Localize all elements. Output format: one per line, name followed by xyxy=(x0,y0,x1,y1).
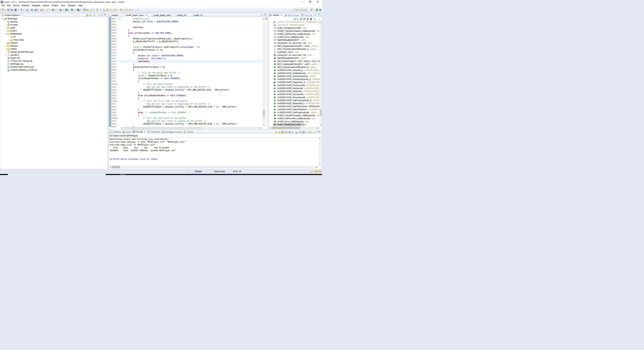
svg-text:z: z xyxy=(298,19,298,20)
svg-text:¶: ¶ xyxy=(110,9,111,11)
svg-text:C: C xyxy=(41,10,42,11)
svg-text:010: 010 xyxy=(26,10,28,11)
svg-text:C: C xyxy=(317,10,318,11)
svg-text:C: C xyxy=(36,9,36,11)
svg-text:G: G xyxy=(52,9,54,11)
svg-text:c: c xyxy=(47,9,48,11)
